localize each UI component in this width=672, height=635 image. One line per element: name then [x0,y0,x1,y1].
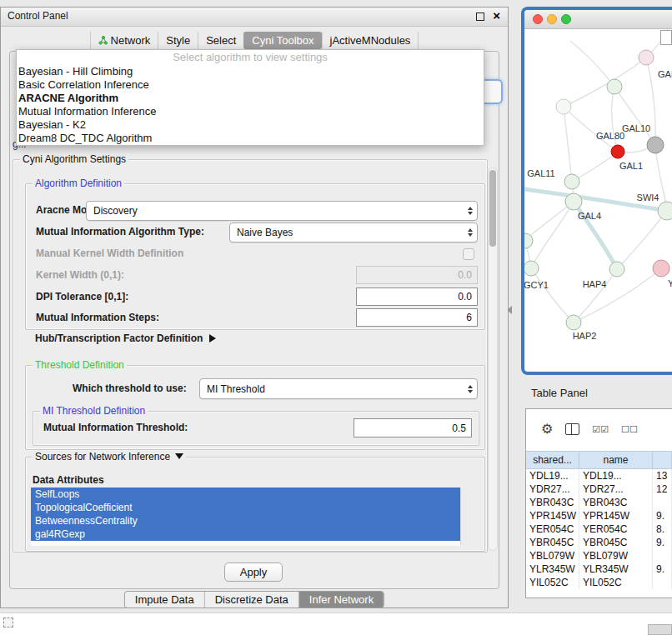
tab-select[interactable]: Select [198,32,243,49]
network-toolbar-button[interactable] [660,30,672,45]
cell-extra[interactable]: 8. [653,522,672,536]
network-node[interactable] [607,79,622,94]
network-node[interactable] [639,50,654,65]
cell-shared-name[interactable]: YER054C [526,522,579,536]
minimize-traffic-light-icon[interactable] [547,14,557,24]
select-all-icon[interactable]: ☑☑ [592,424,609,435]
network-node-pink[interactable] [653,260,669,277]
mi-steps-field[interactable]: 6 [356,308,478,327]
cell-name[interactable]: YBR043C [579,496,653,509]
settings-scrollbar[interactable] [488,168,498,551]
column-header-extra[interactable] [653,452,672,468]
mi-algorithm-type-select[interactable]: Naive Bayes [229,222,478,242]
attribute-item-selected[interactable]: BetweennessCentrality [31,514,460,528]
table-row[interactable]: YIL052C YIL052C [526,576,672,589]
combo-arrows-icon [464,384,477,394]
algorithm-option[interactable]: Dream8 DC_TDC Algorithm [17,132,484,145]
cell-extra[interactable]: 9. [653,562,672,576]
network-node[interactable] [564,174,579,189]
cell-name[interactable]: YPR145W [579,509,653,522]
manual-kernel-width-checkbox[interactable] [463,248,474,260]
attributes-scrollbar[interactable] [460,488,469,546]
kernel-width-field[interactable]: 0.0 [356,266,478,284]
close-icon[interactable]: × [493,8,500,23]
network-node-hap4[interactable] [609,262,624,277]
table-row[interactable]: YDR27... YDR27... 12 [526,482,672,496]
table-row[interactable]: YBR045C YBR045C 9. [526,536,672,549]
node-label: GAL11 [527,168,554,178]
column-header-shared-name[interactable]: shared... [526,452,579,468]
deselect-all-icon[interactable]: ☐☐ [621,424,638,435]
dpi-tolerance-field[interactable]: 0.0 [356,288,478,306]
table-row[interactable]: YBL079W YBL079W [526,549,672,562]
tab-network[interactable]: Network [90,32,158,49]
control-panel-titlebar[interactable]: Control Panel × [1,8,508,27]
table-settings-gear-icon[interactable]: ⚙ [541,422,553,436]
cell-name[interactable]: YLR345W [579,562,653,576]
network-node[interactable] [556,99,571,114]
zoom-traffic-light-icon[interactable] [561,14,571,24]
aracne-mode-select[interactable]: Discovery [86,201,478,221]
algorithm-option[interactable]: Basic Correlation Inference [17,78,484,92]
tab-style[interactable]: Style [158,32,198,49]
network-node-hap2[interactable] [566,315,581,330]
cell-extra[interactable]: 13 [653,469,672,482]
cell-shared-name[interactable]: YIL052C [526,576,579,589]
network-node-gal4[interactable] [565,193,582,210]
network-window-titlebar[interactable] [524,10,672,29]
show-columns-icon[interactable] [565,423,579,435]
attribute-item-selected[interactable]: SelfLoops [31,488,460,501]
which-threshold-select[interactable]: MI Threshold [199,378,478,399]
tab-jactivemodules[interactable]: jActiveMNodules [322,32,419,49]
cell-name[interactable]: YIL052C [579,576,653,589]
cell-extra[interactable]: 9. [653,509,672,522]
table-row[interactable]: YBR043C YBR043C [526,496,672,509]
network-node-selected-red[interactable] [611,145,624,158]
algorithm-option[interactable]: Bayesian - Hill Climbing [17,65,484,78]
algorithm-option-highlighted[interactable]: ARACNE Algorithm [17,92,484,105]
minimized-panel-icon[interactable] [3,618,13,628]
cell-name[interactable]: YDL19... [579,469,653,482]
cell-extra[interactable] [653,549,672,562]
sources-section-toggle[interactable]: Sources for Network Inference [33,451,186,462]
cell-extra[interactable]: 9. [653,536,672,549]
cell-shared-name[interactable]: YLR345W [526,562,579,576]
tab-impute-data[interactable]: Impute Data [125,592,205,608]
table-row[interactable]: YER054C YER054C 8. [526,522,672,536]
attribute-item-selected[interactable]: TopologicalCoefficient [31,501,460,514]
hub-factor-section-toggle[interactable]: Hub/Transcription Factor Definition [35,330,216,345]
network-canvas[interactable]: GAL GAL80 GAL10 GAL11 GAL1 SWI4 GAL4 GCY… [524,29,672,372]
mi-threshold-field[interactable]: 0.5 [354,418,472,438]
cell-extra[interactable]: 12 [653,482,672,496]
cell-shared-name[interactable]: YBR043C [526,496,579,509]
network-node-gal10[interactable] [647,137,664,153]
cell-shared-name[interactable]: YBL079W [526,549,579,562]
cell-name[interactable]: YDR27... [579,482,653,496]
tab-infer-network[interactable]: Infer Network [299,592,384,608]
cell-name[interactable]: YER054C [579,522,653,536]
table-row[interactable]: YLR345W YLR345W 9. [526,562,672,576]
cell-shared-name[interactable]: YDR27... [526,482,579,496]
network-node-swi4[interactable] [658,202,672,220]
settings-scrollbar-thumb[interactable] [489,170,496,247]
cell-name[interactable]: YBL079W [579,549,653,562]
cell-shared-name[interactable]: YPR145W [526,509,579,522]
cell-shared-name[interactable]: YDL19... [526,469,579,482]
cell-name[interactable]: YBR045C [579,536,653,549]
column-header-name[interactable]: name [579,452,653,468]
attribute-item-selected[interactable]: gal4RGexp [31,528,460,541]
algorithm-option[interactable]: Mutual Information Inference [17,105,484,118]
cell-extra[interactable] [653,496,672,509]
algorithm-option[interactable]: Bayesian - K2 [17,118,484,132]
network-node-gcy1[interactable] [524,261,539,276]
table-row[interactable]: YPR145W YPR145W 9. [526,509,672,522]
cell-shared-name[interactable]: YBR045C [526,536,579,549]
apply-button[interactable]: Apply [224,562,283,582]
cell-extra[interactable] [653,576,672,589]
tab-cyni-toolbox[interactable]: Cyni Toolbox [243,32,321,49]
tab-discretize-data[interactable]: Discretize Data [205,592,299,608]
table-row[interactable]: YDL19... YDL19... 13 [526,469,672,482]
resize-corner[interactable] [648,624,672,635]
restore-icon[interactable] [476,12,484,21]
close-traffic-light-icon[interactable] [533,14,543,24]
